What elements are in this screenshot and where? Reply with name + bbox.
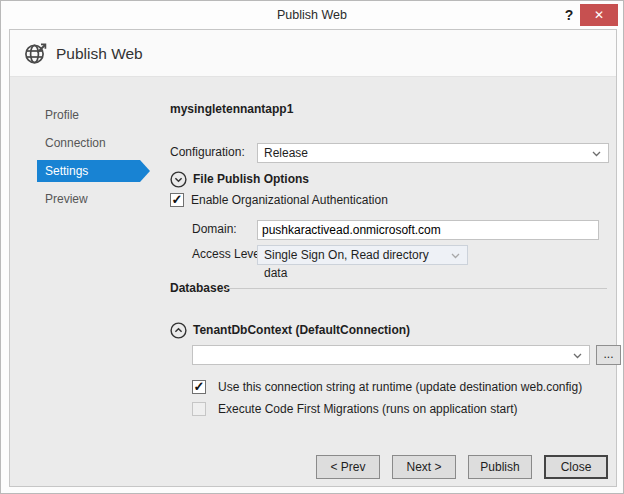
help-button[interactable]: ? (559, 5, 579, 26)
access-level-label: Access Level: (192, 245, 266, 264)
browse-button[interactable]: ... (596, 345, 621, 365)
databases-divider (226, 288, 607, 289)
execute-migrations-label: Execute Code First Migrations (runs on a… (218, 402, 517, 416)
sidebar-item-settings[interactable]: Settings (37, 160, 140, 182)
file-publish-options-header[interactable]: File Publish Options (193, 172, 309, 186)
titlebar: Publish Web ? ✕ (1, 1, 623, 29)
connection-string-combobox[interactable] (192, 345, 590, 365)
sidebar-item-connection[interactable]: Connection (37, 132, 140, 154)
publish-button[interactable]: Publish (468, 455, 532, 479)
window-title: Publish Web (1, 1, 623, 29)
sidebar-item-preview[interactable]: Preview (37, 188, 140, 210)
access-level-value: Single Sign On, Read directory data (264, 248, 429, 280)
execute-migrations-checkbox (192, 402, 206, 416)
configuration-value: Release (264, 146, 308, 160)
access-level-dropdown: Single Sign On, Read directory data (257, 245, 468, 265)
tenant-db-collapser-icon[interactable] (170, 322, 187, 339)
domain-field-wrap (257, 220, 599, 240)
use-connection-string-checkbox[interactable]: ✓ (192, 380, 206, 394)
close-dialog-button[interactable]: Close (544, 455, 608, 479)
profile-name: mysingletennantapp1 (170, 102, 293, 116)
check-icon: ✓ (194, 379, 205, 394)
close-button[interactable]: ✕ (580, 4, 618, 26)
dialog-header-title: Publish Web (56, 30, 143, 77)
dialog-panel: Publish Web Profile Connection Settings … (9, 29, 617, 487)
check-icon: ✓ (172, 192, 183, 207)
dialog-header: Publish Web (10, 30, 616, 77)
publish-web-dialog: Publish Web ? ✕ Publish Web Profile Conn… (0, 0, 624, 494)
configuration-label: Configuration: (170, 143, 245, 162)
selected-item-arrow (140, 160, 150, 182)
prev-button[interactable]: < Prev (316, 455, 380, 479)
domain-label: Domain: (192, 220, 237, 239)
publish-web-globe-icon (23, 41, 49, 67)
configuration-dropdown[interactable]: Release (257, 143, 609, 163)
next-button[interactable]: Next > (392, 455, 456, 479)
sidebar-item-profile[interactable]: Profile (37, 104, 140, 126)
use-connection-string-label[interactable]: Use this connection string at runtime (u… (218, 380, 582, 394)
chevron-down-icon (592, 151, 601, 157)
enable-org-auth-label[interactable]: Enable Organizational Authentication (191, 193, 388, 207)
enable-org-auth-checkbox[interactable]: ✓ (170, 193, 184, 207)
chevron-down-icon[interactable] (573, 353, 582, 359)
chevron-down-icon (451, 253, 460, 259)
databases-heading: Databases (170, 281, 230, 295)
connection-string-input[interactable] (193, 346, 567, 364)
file-publish-options-expander-icon[interactable] (170, 171, 187, 188)
domain-input[interactable] (258, 221, 598, 239)
tenant-db-header[interactable]: TenantDbContext (DefaultConnection) (193, 323, 410, 337)
